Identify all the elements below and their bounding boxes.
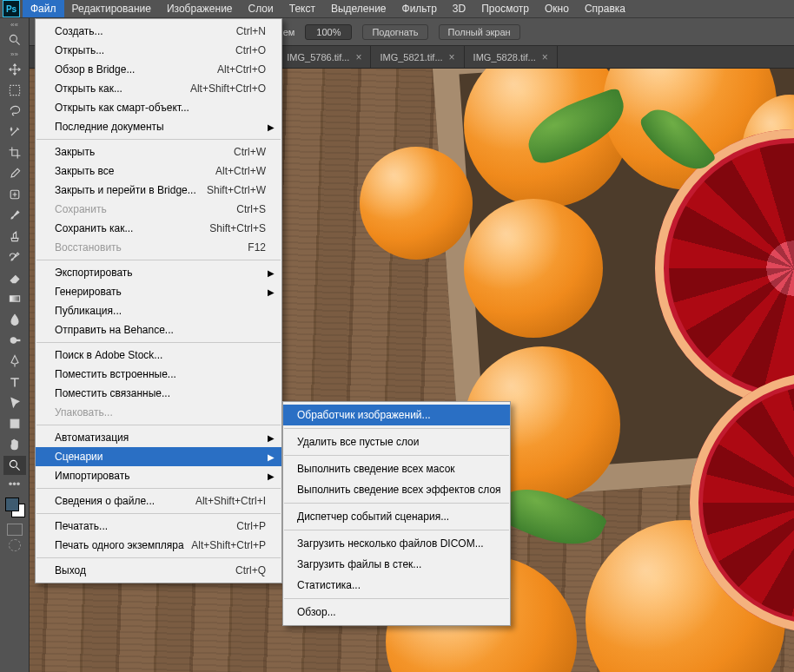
document-tab[interactable]: IMG_5821.tif...× (371, 46, 464, 68)
menu-item[interactable]: Открыть как...Alt+Shift+Ctrl+O (36, 79, 281, 98)
dodge-tool[interactable] (3, 331, 26, 350)
type-tool[interactable] (3, 372, 26, 392)
color-swatches[interactable] (3, 496, 26, 518)
fullscreen-button[interactable]: Полный экран (439, 24, 520, 40)
menu-item[interactable]: Статистика... (283, 575, 510, 596)
fit-button[interactable]: Подогнать (362, 24, 427, 40)
menu-слои[interactable]: Слои (241, 0, 281, 17)
menu-item[interactable]: Выполнить сведение всех масок (283, 458, 510, 479)
menu-separator (36, 557, 281, 558)
menu-item[interactable]: Выполнить сведение всех эффектов слоя (283, 479, 510, 500)
document-tab[interactable]: IMG_5786.tif...× (278, 46, 371, 68)
menu-separator (36, 513, 281, 514)
collapse-arrows-icon[interactable]: «« (2, 21, 28, 30)
menu-текст[interactable]: Текст (281, 0, 323, 17)
menu-item[interactable]: Обзор в Bridge...Alt+Ctrl+O (36, 60, 281, 79)
healing-brush-tool[interactable] (3, 185, 26, 204)
menu-item[interactable]: Обработчик изображений... (283, 405, 510, 425)
menu-item[interactable]: Печать одного экземпляраAlt+Shift+Ctrl+P (36, 536, 281, 555)
move-tool[interactable] (3, 60, 26, 79)
marquee-tool[interactable] (3, 81, 26, 100)
svg-rect-4 (10, 85, 19, 95)
gradient-tool[interactable] (3, 289, 26, 308)
document-tab-label: IMG_5828.tif... (473, 52, 536, 63)
menu-item[interactable]: Поместить встроенные... (36, 365, 281, 384)
menu-item[interactable]: Экспортировать▶ (36, 263, 281, 282)
menu-item-label: Обзор в Bridge... (55, 63, 135, 76)
menu-фильтр[interactable]: Фильтр (394, 0, 445, 17)
zoom-tool-options-icon[interactable] (3, 30, 26, 49)
zoom-tool[interactable] (3, 456, 26, 475)
menu-item[interactable]: Открыть как смарт-объект... (36, 98, 281, 117)
menu-item[interactable]: Генерировать▶ (36, 282, 281, 301)
menu-item-label: Загрузить файлы в стек... (297, 558, 421, 570)
menu-item-label: Обработчик изображений... (297, 409, 431, 421)
close-icon[interactable]: × (449, 51, 455, 63)
hand-tool[interactable] (3, 435, 26, 454)
path-selection-tool[interactable] (3, 393, 26, 412)
foreground-color-swatch[interactable] (5, 497, 19, 511)
screenmode-icon[interactable] (9, 539, 21, 551)
blur-tool[interactable] (3, 310, 26, 329)
menu-item-label: Закрыть (55, 146, 95, 158)
crop-tool[interactable] (3, 143, 26, 162)
close-icon[interactable]: × (542, 51, 548, 63)
menu-shortcut: Shift+Ctrl+W (207, 184, 266, 196)
svg-line-10 (16, 467, 19, 471)
history-brush-tool[interactable] (3, 247, 26, 267)
menu-item[interactable]: Удалить все пустые слои (283, 432, 510, 452)
menu-shortcut: Alt+Shift+Ctrl+O (190, 82, 266, 95)
menu-item[interactable]: Создать...Ctrl+N (36, 22, 281, 41)
svg-point-9 (10, 460, 17, 467)
menu-item-label: Статистика... (297, 579, 361, 591)
menu-item[interactable]: ЗакрытьCtrl+W (36, 142, 281, 161)
menu-item-label: Упаковать... (55, 406, 113, 418)
menu-item[interactable]: Диспетчер событий сценария... (283, 506, 510, 527)
menu-item[interactable]: Закрыть всеAlt+Ctrl+W (36, 161, 281, 181)
menu-item[interactable]: Автоматизация▶ (36, 428, 281, 447)
menu-выделение[interactable]: Выделение (323, 0, 394, 17)
more-tools-icon[interactable]: ••• (9, 478, 21, 491)
menu-item[interactable]: Печатать...Ctrl+P (36, 517, 281, 536)
menu-item[interactable]: Поиск в Adobe Stock... (36, 346, 281, 365)
document-tab-label: IMG_5786.tif... (287, 52, 349, 63)
menu-item-label: Загрузить несколько файлов DICOM... (297, 537, 484, 550)
pen-tool[interactable] (3, 352, 26, 371)
menu-справка[interactable]: Справка (577, 0, 633, 17)
menu-item[interactable]: Импортировать▶ (36, 466, 281, 485)
menu-item[interactable]: Отправить на Behance... (36, 320, 281, 339)
menu-item[interactable]: Поместить связанные... (36, 384, 281, 403)
zoom-field[interactable]: 100% (305, 24, 352, 40)
collapse-arrows-icon[interactable]: »» (2, 50, 28, 59)
menu-item[interactable]: Публикация... (36, 301, 281, 320)
menu-изображение[interactable]: Изображение (159, 0, 241, 17)
menu-просмотр[interactable]: Просмотр (473, 0, 537, 17)
menu-окно[interactable]: Окно (537, 0, 577, 17)
close-icon[interactable]: × (355, 51, 361, 63)
eraser-tool[interactable] (3, 268, 26, 287)
menu-редактирование[interactable]: Редактирование (64, 0, 159, 17)
svg-point-2 (10, 35, 17, 42)
menu-item[interactable]: Загрузить несколько файлов DICOM... (283, 533, 510, 554)
lasso-tool[interactable] (3, 102, 26, 121)
menu-item[interactable]: Последние документы▶ (36, 117, 281, 136)
menu-файл[interactable]: Файл (23, 0, 64, 17)
menu-item[interactable]: Обзор... (283, 602, 510, 623)
menu-item-label: Выход (55, 564, 86, 576)
document-tab[interactable]: IMG_5828.tif...× (465, 46, 558, 68)
menu-item[interactable]: Закрыть и перейти в Bridge...Shift+Ctrl+… (36, 181, 281, 200)
eyedropper-tool[interactable] (3, 164, 26, 183)
shape-tool[interactable] (3, 414, 26, 433)
menu-item[interactable]: Сохранить как...Shift+Ctrl+S (36, 219, 281, 238)
menu-3d[interactable]: 3D (445, 0, 473, 17)
menu-item[interactable]: Сведения о файле...Alt+Shift+Ctrl+I (36, 491, 281, 511)
menu-item[interactable]: Загрузить файлы в стек... (283, 554, 510, 575)
quickmask-icon[interactable] (7, 524, 23, 536)
menu-item[interactable]: Сценарии▶ (36, 447, 281, 466)
menu-item[interactable]: Открыть...Ctrl+O (36, 41, 281, 60)
clone-stamp-tool[interactable] (3, 227, 26, 246)
brush-tool[interactable] (3, 206, 26, 225)
magic-wand-tool[interactable] (3, 122, 26, 142)
menu-separator (284, 530, 509, 530)
menu-item[interactable]: ВыходCtrl+Q (36, 561, 281, 580)
